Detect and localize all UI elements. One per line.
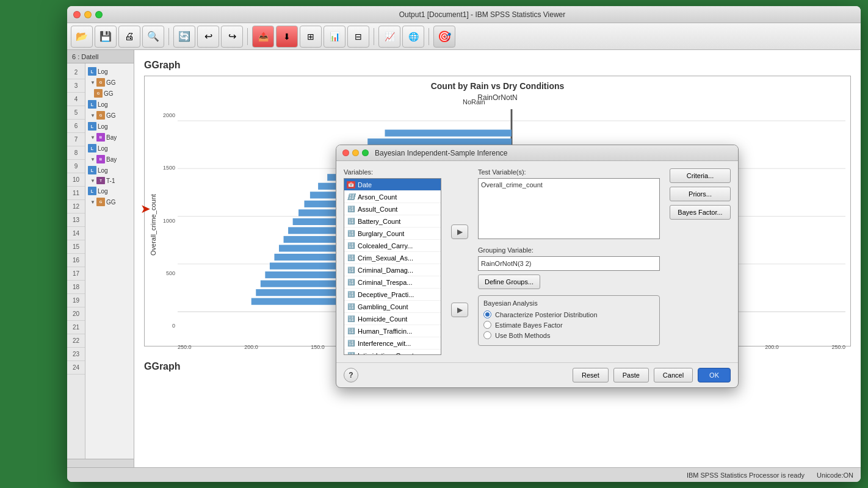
stats2-button[interactable]: 🌐 xyxy=(402,26,424,48)
var-item-date[interactable]: 📅 Date xyxy=(344,179,441,191)
var-item-interference[interactable]: 🔢 Interference_wit... xyxy=(344,337,441,350)
var-item-intimidation[interactable]: 🔢 Intimidation_Count xyxy=(344,350,441,355)
dialog-close[interactable] xyxy=(342,149,349,156)
var-item-criminal-dam[interactable]: 🔢 Criminal_Damag... xyxy=(344,264,441,276)
chart-button[interactable]: 📊 xyxy=(324,26,345,48)
var-item-deceptive[interactable]: 🔢 Deceptive_Practi... xyxy=(344,289,441,301)
target-button[interactable]: 🎯 xyxy=(433,26,455,48)
stats1-button[interactable]: 📈 xyxy=(378,26,400,48)
var-name-deceptive: Deceptive_Practi... xyxy=(358,291,414,298)
tree-item-log4[interactable]: L Log xyxy=(85,143,134,154)
reset-button[interactable]: Reset xyxy=(573,368,609,382)
tree-item-log1[interactable]: L Log xyxy=(85,66,134,77)
dialog-right-panel: Test Variable(s): Overall_crime_count Gr… xyxy=(478,168,731,355)
row-num-9: 9 xyxy=(67,160,85,173)
y-tick-2000: 2000 xyxy=(159,112,175,118)
date-icon: 📅 xyxy=(347,181,355,188)
toolbar-separator-3 xyxy=(374,28,374,45)
log-icon2: L xyxy=(88,100,96,109)
radio-characterize-btn[interactable] xyxy=(483,310,491,318)
tree-item-bay1[interactable]: ▼ B Bay xyxy=(85,132,134,143)
unicode-status: Unicode:ON xyxy=(817,472,853,479)
var-item-crim-sexual[interactable]: 🔢 Crim_Sexual_As... xyxy=(344,252,441,264)
help-button[interactable]: ? xyxy=(344,368,358,382)
variables-list[interactable]: 📅 Date 🔢 Arson_Count 🔢 Assult_Count xyxy=(344,178,441,355)
row-numbers: 2 3 4 5 6 7 8 9 10 11 12 13 14 15 16 17 xyxy=(67,63,85,459)
dialog-maximize[interactable] xyxy=(362,149,369,156)
export1-button[interactable]: 📤 xyxy=(252,26,274,48)
toolbar-separator-2 xyxy=(247,28,248,45)
minimize-button[interactable] xyxy=(84,11,92,18)
tree-item-bay2[interactable]: ▼ B Bay xyxy=(85,154,134,165)
row-num-11: 11 xyxy=(67,187,85,200)
export2-button[interactable]: ⬇ xyxy=(276,26,298,48)
priors-button[interactable]: Priors... xyxy=(670,187,731,201)
tree-item-gg2[interactable]: G GG xyxy=(85,88,134,99)
dialog-minimize[interactable] xyxy=(352,149,359,156)
numeric-icon-burglary: 🔢 xyxy=(347,230,355,237)
radio-estimate[interactable]: Estimate Bayes Factor xyxy=(483,321,654,329)
horizontal-scrollbar[interactable] xyxy=(67,459,134,467)
radio-both[interactable]: Use Both Methods xyxy=(483,331,654,339)
tree-item-gg1[interactable]: ▼ G GG xyxy=(85,77,134,88)
numeric-icon-deceptive: 🔢 xyxy=(347,291,355,298)
var-item-human-traf[interactable]: 🔢 Human_Trafficin... xyxy=(344,325,441,337)
tree-item-gg3[interactable]: ▼ G GG xyxy=(85,110,134,121)
move-to-grouping-button[interactable]: ▶ xyxy=(451,303,468,317)
var-name-human-traf: Human_Trafficin... xyxy=(358,328,412,335)
paste-button[interactable]: Paste xyxy=(613,368,649,382)
define-groups-button[interactable]: Define Groups... xyxy=(478,274,540,289)
find-button[interactable]: 🔍 xyxy=(142,26,164,48)
row-num-3: 3 xyxy=(67,79,85,93)
bayesian-analysis-section: Bayesian Analysis Characterize Posterior… xyxy=(478,295,660,346)
redo-button[interactable]: ↪ xyxy=(221,26,243,48)
test-variable-box[interactable]: Overall_crime_count xyxy=(478,178,660,239)
radio-both-btn[interactable] xyxy=(483,331,491,339)
data-header: 6 : Datell xyxy=(67,50,134,63)
radio-characterize-dot xyxy=(485,312,490,317)
var-item-assult[interactable]: 🔢 Assult_Count xyxy=(344,203,441,215)
cancel-button[interactable]: Cancel xyxy=(654,368,693,382)
var-item-battery[interactable]: 🔢 Battery_Count xyxy=(344,215,441,228)
radio-characterize[interactable]: Characterize Posterior Distribution xyxy=(483,310,654,318)
var-item-burglary[interactable]: 🔢 Burglary_Count xyxy=(344,228,441,240)
gg-icon1: G xyxy=(96,78,105,87)
tree-item-gg4[interactable]: ▼ G GG xyxy=(85,196,134,207)
tree-item-log3[interactable]: L Log xyxy=(85,121,134,132)
row-num-16: 16 xyxy=(67,254,85,267)
refresh-button[interactable]: 🔄 xyxy=(173,26,195,48)
open-button[interactable]: 📂 xyxy=(71,26,93,48)
row-num-10: 10 xyxy=(67,173,85,187)
row-num-18: 18 xyxy=(67,281,85,294)
var-item-criminal-tres[interactable]: 🔢 Criminal_Trespa... xyxy=(344,276,441,289)
undo-button[interactable]: ↩ xyxy=(197,26,219,48)
tree-item-log5[interactable]: L Log xyxy=(85,165,134,176)
print-button[interactable]: 🖨 xyxy=(118,26,140,48)
bay-icon2: B xyxy=(96,155,105,163)
close-button[interactable] xyxy=(73,11,81,18)
var-item-gambling[interactable]: 🔢 Gambling_Count xyxy=(344,301,441,313)
table-button[interactable]: ⊞ xyxy=(300,26,322,48)
move-to-test-button[interactable]: ▶ xyxy=(451,224,468,239)
var-item-colcealed[interactable]: 🔢 Colcealed_Carry... xyxy=(344,240,441,252)
tree-item-log6[interactable]: L Log xyxy=(85,185,134,196)
tree-item-t1[interactable]: ▼ T T-1 xyxy=(85,176,134,185)
save-button[interactable]: 💾 xyxy=(95,26,117,48)
maximize-button[interactable] xyxy=(95,11,103,18)
ok-button[interactable]: OK xyxy=(698,368,731,382)
bayes-factor-button[interactable]: Bayes Factor... xyxy=(670,205,731,220)
pivot-button[interactable]: ⊟ xyxy=(347,26,369,48)
grouping-variable-box[interactable]: RainOrNotN(3 2) xyxy=(478,256,660,271)
radio-estimate-btn[interactable] xyxy=(483,321,491,329)
numeric-icon-colcealed: 🔢 xyxy=(347,242,355,249)
tree-item-log2[interactable]: L Log xyxy=(85,99,134,110)
radio-both-label: Use Both Methods xyxy=(495,332,551,339)
y-tick-500: 500 xyxy=(159,270,175,276)
var-item-arson[interactable]: 🔢 Arson_Count xyxy=(344,191,441,203)
numeric-icon-crim-sexual: 🔢 xyxy=(347,254,355,262)
criteria-button[interactable]: Criteria... xyxy=(670,168,731,183)
row-num-23: 23 xyxy=(67,348,85,361)
log-icon: L xyxy=(88,67,96,76)
var-item-homicide[interactable]: 🔢 Homicide_Count xyxy=(344,313,441,325)
numeric-icon-battery: 🔢 xyxy=(347,218,355,225)
